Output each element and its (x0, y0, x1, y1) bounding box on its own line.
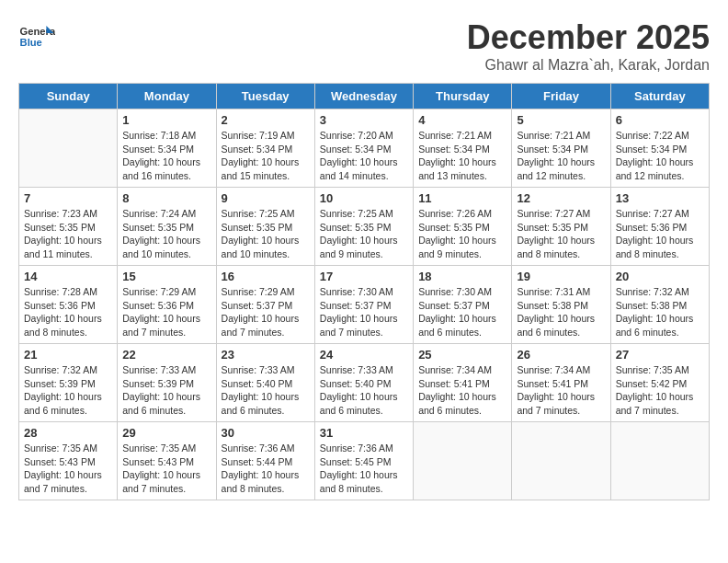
calendar-cell: 26Sunrise: 7:34 AMSunset: 5:41 PMDayligh… (512, 344, 610, 422)
day-info: Sunrise: 7:33 AMSunset: 5:40 PMDaylight:… (222, 363, 310, 418)
calendar-cell: 3Sunrise: 7:20 AMSunset: 5:34 PMDaylight… (314, 109, 413, 188)
day-info: Sunrise: 7:29 AMSunset: 5:37 PMDaylight:… (222, 285, 310, 339)
calendar-table: SundayMondayTuesdayWednesdayThursdayFrid… (18, 83, 710, 500)
day-info: Sunrise: 7:32 AMSunset: 5:38 PMDaylight:… (616, 285, 704, 339)
calendar-cell (414, 422, 512, 500)
day-number: 18 (418, 270, 506, 283)
location: Ghawr al Mazra`ah, Karak, Jordan (467, 57, 710, 74)
day-number: 21 (24, 348, 112, 362)
day-info: Sunrise: 7:30 AMSunset: 5:37 PMDaylight:… (418, 285, 506, 339)
calendar-cell: 16Sunrise: 7:29 AMSunset: 5:37 PMDayligh… (216, 266, 314, 344)
calendar-cell: 31Sunrise: 7:36 AMSunset: 5:45 PMDayligh… (314, 422, 413, 500)
calendar-cell: 17Sunrise: 7:30 AMSunset: 5:37 PMDayligh… (314, 266, 413, 344)
day-number: 10 (320, 191, 408, 205)
day-info: Sunrise: 7:33 AMSunset: 5:39 PMDaylight:… (122, 363, 210, 418)
day-number: 13 (616, 191, 704, 205)
day-info: Sunrise: 7:32 AMSunset: 5:39 PMDaylight:… (24, 363, 112, 418)
day-number: 15 (122, 270, 210, 283)
col-header-friday: Friday (512, 84, 610, 109)
day-number: 14 (24, 270, 112, 283)
calendar-cell: 29Sunrise: 7:35 AMSunset: 5:43 PMDayligh… (118, 422, 216, 500)
day-info: Sunrise: 7:27 AMSunset: 5:36 PMDaylight:… (616, 207, 704, 261)
day-number: 26 (517, 348, 605, 362)
calendar-cell: 30Sunrise: 7:36 AMSunset: 5:44 PMDayligh… (216, 422, 314, 500)
calendar-cell: 18Sunrise: 7:30 AMSunset: 5:37 PMDayligh… (414, 266, 512, 344)
page-header: General Blue December 2025 Ghawr al Mazr… (18, 18, 710, 74)
day-number: 23 (222, 348, 310, 362)
calendar-cell (19, 109, 118, 188)
calendar-cell: 5Sunrise: 7:21 AMSunset: 5:34 PMDaylight… (512, 109, 610, 188)
day-info: Sunrise: 7:36 AMSunset: 5:44 PMDaylight:… (222, 442, 310, 496)
logo: General Blue (18, 18, 59, 55)
day-info: Sunrise: 7:25 AMSunset: 5:35 PMDaylight:… (222, 207, 310, 261)
day-number: 5 (517, 113, 605, 127)
day-number: 19 (517, 270, 605, 283)
day-info: Sunrise: 7:21 AMSunset: 5:34 PMDaylight:… (418, 129, 506, 183)
calendar-cell: 21Sunrise: 7:32 AMSunset: 5:39 PMDayligh… (19, 344, 118, 422)
svg-text:Blue: Blue (20, 37, 42, 48)
calendar-cell: 6Sunrise: 7:22 AMSunset: 5:34 PMDaylight… (610, 109, 709, 188)
day-number: 4 (418, 113, 506, 127)
day-info: Sunrise: 7:36 AMSunset: 5:45 PMDaylight:… (320, 442, 408, 496)
calendar-cell: 19Sunrise: 7:31 AMSunset: 5:38 PMDayligh… (512, 266, 610, 344)
calendar-cell: 1Sunrise: 7:18 AMSunset: 5:34 PMDaylight… (118, 109, 216, 188)
calendar-cell: 27Sunrise: 7:35 AMSunset: 5:42 PMDayligh… (610, 344, 709, 422)
day-number: 2 (222, 113, 310, 127)
day-number: 7 (24, 191, 112, 205)
calendar-cell: 14Sunrise: 7:28 AMSunset: 5:36 PMDayligh… (19, 266, 118, 344)
day-info: Sunrise: 7:28 AMSunset: 5:36 PMDaylight:… (24, 285, 112, 339)
day-info: Sunrise: 7:24 AMSunset: 5:35 PMDaylight:… (122, 207, 210, 261)
day-number: 1 (122, 113, 210, 127)
day-info: Sunrise: 7:33 AMSunset: 5:40 PMDaylight:… (320, 363, 408, 418)
day-info: Sunrise: 7:35 AMSunset: 5:42 PMDaylight:… (616, 363, 704, 418)
calendar-cell: 25Sunrise: 7:34 AMSunset: 5:41 PMDayligh… (414, 344, 512, 422)
day-info: Sunrise: 7:27 AMSunset: 5:35 PMDaylight:… (517, 207, 605, 261)
day-number: 28 (24, 426, 112, 440)
col-header-monday: Monday (118, 84, 216, 109)
day-number: 24 (320, 348, 408, 362)
calendar-cell: 12Sunrise: 7:27 AMSunset: 5:35 PMDayligh… (512, 188, 610, 266)
day-info: Sunrise: 7:20 AMSunset: 5:34 PMDaylight:… (320, 129, 408, 183)
day-info: Sunrise: 7:25 AMSunset: 5:35 PMDaylight:… (320, 207, 408, 261)
day-number: 16 (222, 270, 310, 283)
calendar-cell (512, 422, 610, 500)
col-header-sunday: Sunday (19, 84, 118, 109)
calendar-header-row: SundayMondayTuesdayWednesdayThursdayFrid… (19, 84, 710, 109)
logo-icon: General Blue (18, 18, 55, 55)
day-info: Sunrise: 7:35 AMSunset: 5:43 PMDaylight:… (24, 442, 112, 496)
calendar-cell: 11Sunrise: 7:26 AMSunset: 5:35 PMDayligh… (414, 188, 512, 266)
day-number: 31 (320, 426, 408, 440)
day-info: Sunrise: 7:19 AMSunset: 5:34 PMDaylight:… (222, 129, 310, 183)
calendar-cell: 22Sunrise: 7:33 AMSunset: 5:39 PMDayligh… (118, 344, 216, 422)
col-header-wednesday: Wednesday (314, 84, 413, 109)
day-info: Sunrise: 7:35 AMSunset: 5:43 PMDaylight:… (122, 442, 210, 496)
day-number: 29 (122, 426, 210, 440)
calendar-cell: 7Sunrise: 7:23 AMSunset: 5:35 PMDaylight… (19, 188, 118, 266)
day-info: Sunrise: 7:18 AMSunset: 5:34 PMDaylight:… (122, 129, 210, 183)
col-header-saturday: Saturday (610, 84, 709, 109)
day-number: 6 (616, 113, 704, 127)
day-info: Sunrise: 7:30 AMSunset: 5:37 PMDaylight:… (320, 285, 408, 339)
day-info: Sunrise: 7:26 AMSunset: 5:35 PMDaylight:… (418, 207, 506, 261)
calendar-cell: 10Sunrise: 7:25 AMSunset: 5:35 PMDayligh… (314, 188, 413, 266)
calendar-week-row: 7Sunrise: 7:23 AMSunset: 5:35 PMDaylight… (19, 188, 710, 266)
day-info: Sunrise: 7:22 AMSunset: 5:34 PMDaylight:… (616, 129, 704, 183)
day-info: Sunrise: 7:23 AMSunset: 5:35 PMDaylight:… (24, 207, 112, 261)
day-number: 27 (616, 348, 704, 362)
day-number: 9 (222, 191, 310, 205)
day-number: 8 (122, 191, 210, 205)
calendar-cell: 20Sunrise: 7:32 AMSunset: 5:38 PMDayligh… (610, 266, 709, 344)
calendar-cell: 13Sunrise: 7:27 AMSunset: 5:36 PMDayligh… (610, 188, 709, 266)
calendar-cell: 23Sunrise: 7:33 AMSunset: 5:40 PMDayligh… (216, 344, 314, 422)
calendar-cell: 24Sunrise: 7:33 AMSunset: 5:40 PMDayligh… (314, 344, 413, 422)
calendar-cell: 4Sunrise: 7:21 AMSunset: 5:34 PMDaylight… (414, 109, 512, 188)
col-header-tuesday: Tuesday (216, 84, 314, 109)
calendar-cell (610, 422, 709, 500)
calendar-cell: 8Sunrise: 7:24 AMSunset: 5:35 PMDaylight… (118, 188, 216, 266)
day-number: 3 (320, 113, 408, 127)
day-number: 17 (320, 270, 408, 283)
day-info: Sunrise: 7:31 AMSunset: 5:38 PMDaylight:… (517, 285, 605, 339)
calendar-week-row: 14Sunrise: 7:28 AMSunset: 5:36 PMDayligh… (19, 266, 710, 344)
month-title: December 2025 (467, 18, 710, 57)
day-info: Sunrise: 7:34 AMSunset: 5:41 PMDaylight:… (517, 363, 605, 418)
